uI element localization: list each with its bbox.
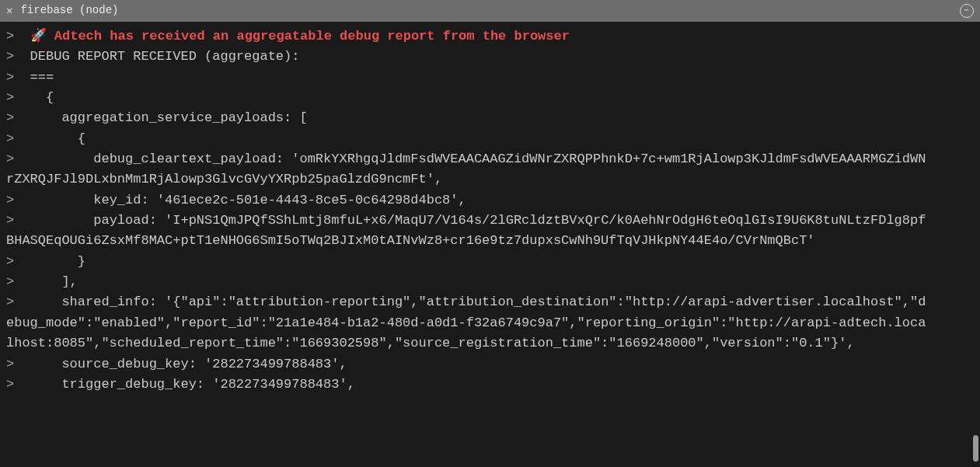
prompt-caret: > — [6, 152, 14, 166]
more-options-icon[interactable]: ⋯ — [960, 4, 974, 18]
prompt-caret: > — [6, 29, 14, 44]
tab-title: firebase (node) — [20, 2, 118, 19]
console-line: > debug_cleartext_payload: 'omRkYXRhgqJl… — [6, 149, 974, 169]
terminal-tab-header: ✕ firebase (node) ⋯ — [0, 0, 980, 22]
prompt-caret: > — [6, 377, 14, 392]
console-text: { — [30, 90, 54, 105]
console-line: > { — [6, 129, 974, 149]
console-line: ebug_mode":"enabled","report_id":"21a1e4… — [6, 313, 974, 333]
console-text: === — [30, 70, 54, 85]
console-line: > === — [6, 68, 974, 88]
console-text: shared_info: '{"api":"attribution-report… — [30, 294, 926, 309]
prompt-caret: > — [6, 110, 14, 125]
console-text: DEBUG REPORT RECEIVED (aggregate): — [30, 49, 300, 64]
console-output: > 🚀 Adtech has received an aggregatable … — [0, 22, 980, 395]
console-line: > aggregation_service_payloads: [ — [6, 108, 974, 128]
console-line: > source_debug_key: '282273499788483', — [6, 354, 974, 375]
console-text: trigger_debug_key: '282273499788483', — [30, 377, 355, 392]
console-text: ], — [30, 274, 78, 289]
console-line: > payload: 'I+pNS1QmJPQfSShLmtj8mfuL+x6/… — [6, 211, 974, 231]
console-text: source_debug_key: '282273499788483', — [30, 357, 347, 371]
console-text-continuation: ebug_mode":"enabled","report_id":"21a1e4… — [6, 315, 926, 330]
console-line: rZXRQJFJl9DLxbnMm1RjAlowp3GlvcGVyYXRpb25… — [6, 169, 974, 190]
console-line: > key_id: '461ece2c-501e-4443-8ce5-0c642… — [6, 190, 974, 211]
prompt-caret: > — [6, 131, 14, 146]
console-line: > shared_info: '{"api":"attribution-repo… — [6, 292, 974, 312]
prompt-caret: > — [6, 274, 14, 289]
console-line: BHASQEqOUGi6ZsxMf8MAC+ptT1eNHOG6SmI5oTWq… — [6, 231, 974, 251]
highlight-message: Adtech has received an aggregatable debu… — [54, 29, 570, 44]
console-line: > DEBUG REPORT RECEIVED (aggregate): — [6, 47, 974, 67]
console-text: debug_cleartext_payload: 'omRkYXRhgqJldm… — [30, 152, 926, 166]
prompt-caret: > — [6, 254, 14, 269]
console-text: } — [30, 254, 85, 269]
console-line: > { — [6, 88, 974, 108]
console-text: aggregation_service_payloads: [ — [30, 110, 308, 125]
prompt-caret: > — [6, 213, 14, 228]
console-text-continuation: lhost:8085","scheduled_report_time":"166… — [6, 336, 855, 350]
console-text: { — [30, 131, 85, 146]
console-line-highlight: > 🚀 Adtech has received an aggregatable … — [6, 26, 974, 47]
prompt-caret: > — [6, 70, 14, 85]
header-left: ✕ firebase (node) — [6, 2, 118, 19]
prompt-caret: > — [6, 193, 14, 207]
console-line: > } — [6, 252, 974, 272]
prompt-caret: > — [6, 294, 14, 309]
vertical-scrollbar[interactable] — [973, 435, 978, 462]
console-line: lhost:8085","scheduled_report_time":"166… — [6, 333, 974, 354]
prompt-caret: > — [6, 357, 14, 371]
prompt-caret: > — [6, 49, 14, 64]
console-text-continuation: BHASQEqOUGi6ZsxMf8MAC+ptT1eNHOG6SmI5oTWq… — [6, 233, 815, 248]
console-line: > ], — [6, 272, 974, 292]
console-line: > trigger_debug_key: '282273499788483', — [6, 375, 974, 395]
console-text-continuation: rZXRQJFJl9DLxbnMm1RjAlowp3GlvcGVyYXRpb25… — [6, 172, 442, 186]
console-text: key_id: '461ece2c-501e-4443-8ce5-0c64298… — [30, 193, 466, 207]
prompt-caret: > — [6, 90, 14, 105]
rocket-icon: 🚀 — [30, 26, 47, 47]
console-text: payload: 'I+pNS1QmJPQfSShLmtj8mfuL+x6/Ma… — [30, 213, 926, 228]
close-icon[interactable]: ✕ — [6, 5, 12, 16]
